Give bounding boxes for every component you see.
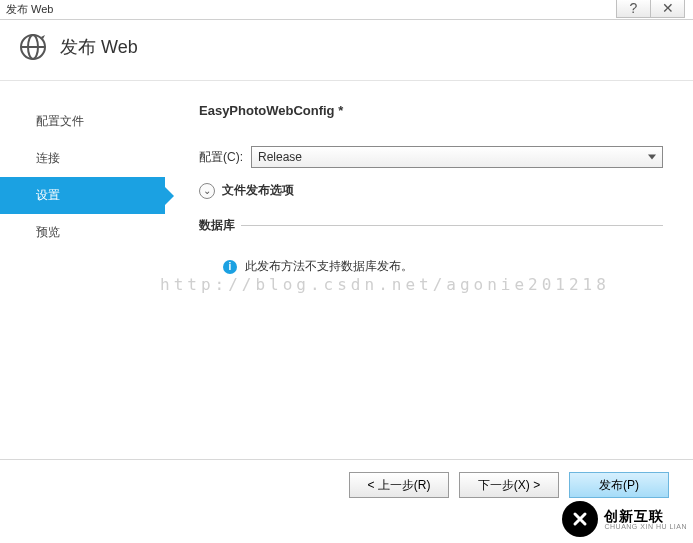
info-icon: i <box>223 260 237 274</box>
brand-text: 创新互联 CHUANG XIN HU LIAN <box>604 509 687 530</box>
chevron-down-icon: ⌄ <box>199 183 215 199</box>
database-section-header: 数据库 <box>199 217 663 234</box>
brand-logo-icon <box>562 501 598 537</box>
page-title: 发布 Web <box>60 35 138 59</box>
title-bar: 发布 Web ? ✕ <box>0 0 693 20</box>
brand-main: 创新互联 <box>604 509 687 523</box>
globe-icon <box>18 32 48 62</box>
close-button[interactable]: ✕ <box>650 0 685 18</box>
title-controls: ? ✕ <box>617 0 685 18</box>
window-title: 发布 Web <box>6 2 53 17</box>
file-publish-expander[interactable]: ⌄ 文件发布选项 <box>199 182 663 199</box>
sidebar-item-settings[interactable]: 设置 <box>0 177 165 214</box>
expander-label: 文件发布选项 <box>222 182 294 199</box>
db-info-text: 此发布方法不支持数据库发布。 <box>245 258 413 275</box>
publish-button[interactable]: 发布(P) <box>569 472 669 498</box>
content: EasyPhotoWebConfig * 配置(C): Release ⌄ 文件… <box>165 81 693 459</box>
db-section-label: 数据库 <box>199 217 235 234</box>
next-button[interactable]: 下一步(X) > <box>459 472 559 498</box>
help-button[interactable]: ? <box>616 0 651 18</box>
config-select-value: Release <box>258 150 302 164</box>
header: 发布 Web <box>0 20 693 81</box>
db-info-row: i 此发布方法不支持数据库发布。 <box>199 258 663 275</box>
prev-button[interactable]: < 上一步(R) <box>349 472 449 498</box>
config-row: 配置(C): Release <box>199 146 663 168</box>
sidebar-item-connection[interactable]: 连接 <box>0 140 165 177</box>
divider <box>241 225 663 226</box>
brand-sub: CHUANG XIN HU LIAN <box>604 523 687 530</box>
main-area: 配置文件 连接 设置 预览 EasyPhotoWebConfig * 配置(C)… <box>0 81 693 459</box>
config-select[interactable]: Release <box>251 146 663 168</box>
sidebar: 配置文件 连接 设置 预览 <box>0 81 165 459</box>
sidebar-item-preview[interactable]: 预览 <box>0 214 165 251</box>
brand-badge: 创新互联 CHUANG XIN HU LIAN <box>560 499 689 539</box>
config-name: EasyPhotoWebConfig * <box>199 103 663 118</box>
sidebar-item-profile[interactable]: 配置文件 <box>0 103 165 140</box>
config-label: 配置(C): <box>199 149 243 166</box>
